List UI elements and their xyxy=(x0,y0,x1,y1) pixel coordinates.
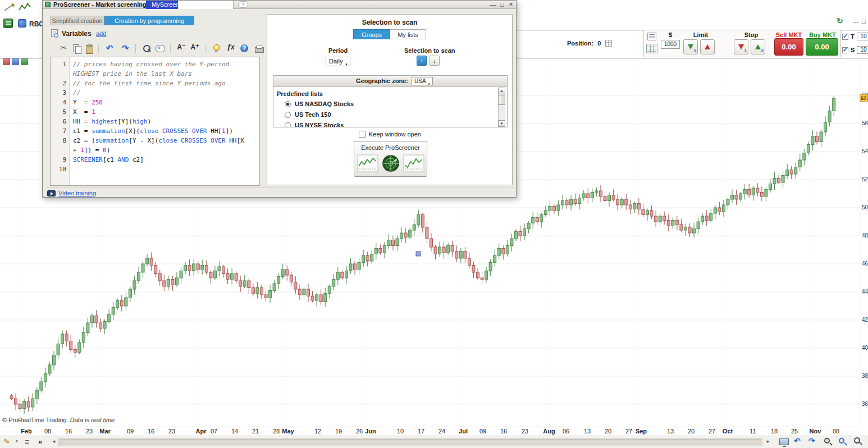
sell-stop-button[interactable]: 1 xyxy=(734,39,748,54)
list-scrollbar[interactable]: ▲ ▼ xyxy=(498,88,506,127)
dialog-titlebar[interactable]: ProScreener - Market screening MyScreene… xyxy=(43,1,516,9)
move-down-button[interactable]: ↓ xyxy=(430,56,440,66)
my-lists-toggle-button[interactable]: My lists xyxy=(390,29,426,39)
t-value-input[interactable]: 10 xyxy=(857,33,868,40)
time-axis-label: 16 xyxy=(148,428,154,435)
zoom-out-icon[interactable] xyxy=(824,438,830,444)
period-select[interactable]: Daily▼ xyxy=(326,57,350,66)
chart-style-icon[interactable] xyxy=(3,58,10,65)
paste-icon[interactable] xyxy=(84,43,95,54)
order-preferences-icon[interactable] xyxy=(647,33,656,40)
tab-new-screener[interactable] xyxy=(178,1,234,9)
price-axis-label: 38 xyxy=(862,373,868,379)
zigzag-chart-icon[interactable] xyxy=(18,2,31,12)
buy-limit-button[interactable] xyxy=(700,39,715,54)
scroll-left-icon[interactable]: ◄ xyxy=(52,439,56,444)
horizontal-scrollbar[interactable] xyxy=(58,438,762,446)
geographic-zone-label: Geographic zone: xyxy=(304,77,408,84)
keep-window-open-checkbox[interactable] xyxy=(359,131,366,138)
font-increase-icon[interactable]: A⁺ xyxy=(189,43,200,54)
video-training-link[interactable]: Video training xyxy=(58,190,96,196)
execute-proscreener-button[interactable]: Execute ProScreener xyxy=(354,141,427,177)
time-axis[interactable]: Feb081623Mar091623Apr07142128May121926Ju… xyxy=(0,427,860,436)
redo-icon[interactable]: ↷ xyxy=(808,436,815,445)
undo-icon[interactable]: ↶ xyxy=(794,436,801,445)
code-lines[interactable]: // prices having crossed over the Y-peri… xyxy=(70,57,259,185)
tab-creation-by-programming[interactable]: Creation by programming xyxy=(104,16,194,25)
s-checkbox[interactable]: ✓ xyxy=(842,47,848,53)
time-axis-label: 08 xyxy=(833,428,839,435)
geographic-zone-select[interactable]: USA▼ xyxy=(412,77,433,85)
selection-label: Selection to scan xyxy=(404,47,455,54)
print-icon[interactable] xyxy=(253,43,264,54)
journal-icon[interactable] xyxy=(3,19,13,28)
price-axis-label: 56 xyxy=(862,120,868,126)
chevron-down-icon: ▼ xyxy=(427,81,431,88)
s-value-input[interactable]: 10 xyxy=(857,46,868,54)
time-axis-label: 20 xyxy=(605,428,611,435)
main-maximize-button[interactable]: □ xyxy=(862,18,866,25)
period-label: Period xyxy=(321,47,355,54)
zoom-in-icon[interactable] xyxy=(839,438,844,444)
font-decrease-icon[interactable]: A⁻ xyxy=(176,43,187,54)
time-axis-label: 23 xyxy=(522,428,528,435)
time-axis-label: 28 xyxy=(273,428,280,435)
groups-toggle-button[interactable]: Groups xyxy=(353,29,390,39)
code-line: X = 1 xyxy=(73,107,259,117)
positions-grid-icon[interactable] xyxy=(605,40,612,47)
time-axis-label: 18 xyxy=(771,428,778,435)
screen-layout-icon[interactable] xyxy=(779,438,789,445)
scroll-down-icon[interactable]: ▼ xyxy=(498,120,505,127)
time-axis-label: 23 xyxy=(86,428,93,435)
time-axis-label: 09 xyxy=(479,428,486,435)
buy-market-button[interactable]: 0.00 xyxy=(806,38,838,56)
position-value: 0 xyxy=(597,40,601,47)
drawing-tool-caret-icon[interactable]: ▼ xyxy=(15,440,19,443)
bottom-bar: ✎ ▼ ≡ » ◄ ► ↶ ↷ xyxy=(0,436,868,448)
price-axis[interactable]: 363840424446485052545658 xyxy=(861,59,868,427)
t-checkbox[interactable]: ✓ xyxy=(842,34,848,40)
scrollbar-thumb[interactable] xyxy=(498,95,505,105)
sell-limit-button[interactable]: 1 xyxy=(683,39,698,54)
more-tools-icon[interactable]: » xyxy=(38,437,42,446)
main-minimize-button[interactable]: — xyxy=(853,18,859,25)
code-line: SCREENER[c1 AND c2] xyxy=(73,155,259,164)
predefined-list-option[interactable]: US NYSE Stocks xyxy=(285,121,487,127)
zoom-select-icon[interactable] xyxy=(854,437,860,444)
redo-icon[interactable]: ↷ xyxy=(120,43,131,54)
radio-icon xyxy=(285,122,291,127)
dialog-maximize-button[interactable]: □ xyxy=(498,1,506,8)
buy-stop-button[interactable]: 2 xyxy=(751,39,765,54)
quantity-input[interactable]: 1000 xyxy=(661,40,680,49)
sell-mkt-header: Sell MKT xyxy=(774,31,803,38)
help-icon[interactable]: ? xyxy=(238,1,248,8)
time-axis-label: 26 xyxy=(356,428,363,435)
sell-market-button[interactable]: 0.00 xyxy=(774,38,803,56)
drawing-tool-icon[interactable]: ✎ xyxy=(3,436,11,446)
tab-simplified-creation[interactable]: Simplified creation xyxy=(50,16,104,25)
list-icon[interactable] xyxy=(21,58,28,65)
add-variable-link[interactable]: add xyxy=(96,30,106,37)
indicator-icon[interactable] xyxy=(12,58,19,65)
scroll-up-icon[interactable]: ▲ xyxy=(498,88,505,94)
menu-icon[interactable]: ≡ xyxy=(25,437,29,446)
scroll-right-icon[interactable]: ► xyxy=(766,439,770,444)
dialog-minimize-button[interactable]: — xyxy=(489,1,497,8)
s-label: S xyxy=(851,47,855,53)
line-number: 9 xyxy=(51,155,69,164)
predefined-list-option[interactable]: US NASDAQ Stocks xyxy=(285,99,487,110)
orders-table-icon[interactable] xyxy=(646,44,657,53)
draw-line-tool-icon[interactable] xyxy=(3,2,16,12)
scrollbar-thumb[interactable] xyxy=(60,439,761,445)
predefined-list-option[interactable]: US Tech 150 xyxy=(285,110,487,121)
period-value: Daily xyxy=(329,58,342,65)
buy-mkt-header: Buy MKT xyxy=(807,31,838,38)
refresh-icon[interactable]: ↻ xyxy=(837,16,843,25)
dialog-close-button[interactable]: × xyxy=(507,1,515,8)
cut-icon[interactable]: ✂ xyxy=(58,43,69,54)
undo-icon[interactable]: ↶ xyxy=(104,43,115,54)
move-up-button[interactable]: ↑ xyxy=(417,56,427,66)
position-row: Position: 0 xyxy=(567,40,612,47)
insert-function-icon[interactable]: ƒx xyxy=(225,43,236,54)
code-editor[interactable]: 12345678910 // prices having crossed ove… xyxy=(50,57,260,186)
